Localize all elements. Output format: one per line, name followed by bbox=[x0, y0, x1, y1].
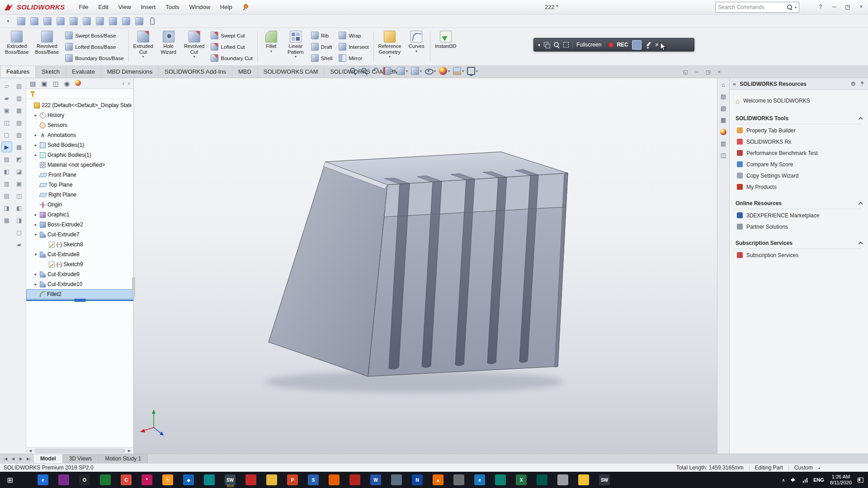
feature-tree-item[interactable]: Origin bbox=[26, 200, 133, 210]
collapse-chevron-icon[interactable] bbox=[859, 242, 863, 246]
recorder-dropdown-icon[interactable]: ▾ bbox=[538, 42, 540, 47]
left-toolbar-icon[interactable]: ▢ bbox=[14, 227, 24, 237]
feature-tree-item[interactable]: ▾ Cut-Extrude8 bbox=[26, 249, 133, 259]
command-button[interactable]: Boundary Cut bbox=[208, 53, 255, 64]
scroll-right-icon[interactable]: ▶ bbox=[126, 449, 132, 453]
search-icon[interactable] bbox=[787, 4, 793, 10]
feature-tree-item[interactable]: Fillet2 bbox=[26, 289, 133, 299]
filter-icon[interactable] bbox=[30, 91, 36, 97]
left-toolbar-icon[interactable]: ◨ bbox=[14, 215, 24, 225]
taskbar-app-icon[interactable] bbox=[324, 472, 344, 488]
task-pane-tab[interactable] bbox=[718, 127, 729, 137]
minimize-icon[interactable]: ─ bbox=[827, 0, 841, 14]
quick-access-button[interactable] bbox=[81, 16, 92, 27]
panel-nav-right-icon[interactable]: › bbox=[128, 80, 130, 87]
pin-icon[interactable] bbox=[242, 4, 248, 10]
command-button[interactable]: Instant3D bbox=[432, 29, 459, 65]
view-tool-button[interactable]: ▾ bbox=[397, 67, 408, 75]
taskbar-app-icon[interactable]: N bbox=[407, 472, 428, 488]
taskbar-app-icon[interactable] bbox=[344, 472, 365, 488]
taskbar-app-icon[interactable]: P bbox=[282, 472, 303, 488]
taskbar-app-icon[interactable] bbox=[552, 472, 573, 488]
panel-splitter[interactable] bbox=[132, 277, 135, 297]
action-center-icon[interactable] bbox=[858, 478, 863, 483]
panel-nav-left-icon[interactable]: ‹ bbox=[123, 80, 124, 87]
feature-tree-item[interactable]: Material <not specified> bbox=[26, 160, 133, 170]
quick-access-button[interactable]: ▾ bbox=[3, 16, 14, 27]
collapse-pane-icon[interactable]: « bbox=[733, 80, 736, 87]
left-toolbar-icon[interactable]: ▨ bbox=[2, 154, 12, 164]
expand-arrow-icon[interactable]: ▸ bbox=[33, 153, 38, 157]
left-toolbar-icon[interactable]: ▥ bbox=[2, 178, 12, 188]
ribbon-tab[interactable]: SOLIDWORKS Add-Ins bbox=[159, 66, 232, 78]
expand-arrow-icon[interactable]: ▸ bbox=[33, 133, 38, 137]
doc-tab-nav-icon[interactable]: ▶| bbox=[25, 457, 32, 461]
doc-tab-nav-icon[interactable]: ▶ bbox=[17, 457, 24, 461]
left-toolbar-icon[interactable]: ▦ bbox=[2, 215, 12, 225]
left-toolbar-icon[interactable]: ▣ bbox=[14, 178, 24, 188]
quick-access-button[interactable] bbox=[16, 16, 27, 27]
feature-tree-item[interactable]: ▸ Boss-Extrude2 bbox=[26, 220, 133, 230]
left-toolbar-icon[interactable]: ◧ bbox=[2, 166, 12, 176]
pencil-icon[interactable] bbox=[645, 42, 651, 48]
quick-access-button[interactable] bbox=[121, 16, 132, 27]
panel-tab[interactable]: ◉ bbox=[64, 80, 70, 87]
view-tool-button[interactable]: ▾ bbox=[411, 67, 422, 75]
ribbon-tab[interactable]: Features bbox=[0, 66, 36, 78]
left-toolbar-icon[interactable]: ◫ bbox=[2, 117, 12, 127]
taskbar-app-icon[interactable] bbox=[386, 472, 407, 488]
taskbar-app-icon[interactable] bbox=[199, 472, 220, 488]
view-tool-button[interactable] bbox=[372, 67, 380, 75]
taskpane-link[interactable]: Copy Settings Wizard bbox=[736, 170, 862, 181]
doc-close-icon[interactable]: × bbox=[718, 69, 721, 75]
close-icon[interactable]: × bbox=[854, 0, 868, 14]
recorder-zoom-icon[interactable] bbox=[553, 42, 560, 48]
pin-pane-icon[interactable] bbox=[859, 81, 865, 87]
recorder-active-tool-button[interactable] bbox=[632, 40, 642, 50]
left-toolbar-icon[interactable]: ▢ bbox=[2, 130, 12, 140]
panel-tab[interactable]: ▤ bbox=[30, 80, 36, 87]
feature-tree-item[interactable]: Sensors bbox=[26, 120, 133, 130]
command-button[interactable]: Boundary Boss/Base bbox=[63, 53, 126, 64]
task-pane-tab[interactable]: ▥ bbox=[718, 138, 729, 149]
left-toolbar-icon[interactable]: ▨ bbox=[14, 130, 24, 140]
ribbon-tab[interactable]: Sketch bbox=[36, 66, 66, 78]
view-tool-button[interactable]: ▾ bbox=[453, 67, 464, 75]
taskbar-app-icon[interactable]: SW bbox=[594, 472, 615, 488]
rollback-bar[interactable] bbox=[26, 300, 133, 301]
taskbar-app-icon[interactable] bbox=[95, 472, 116, 488]
recorder-close-icon[interactable]: × bbox=[655, 42, 659, 48]
taskbar-app-icon[interactable]: S bbox=[303, 472, 324, 488]
command-search[interactable]: ▾ bbox=[715, 2, 799, 13]
panel-tab[interactable]: ▣ bbox=[41, 80, 47, 87]
part-model[interactable] bbox=[269, 152, 568, 376]
help-icon[interactable]: ? bbox=[814, 0, 827, 14]
rec-button[interactable]: REC bbox=[617, 42, 628, 48]
taskpane-link[interactable]: 3DEXPERIENCE Marketplace bbox=[736, 210, 862, 221]
left-toolbar-icon[interactable]: ▣ bbox=[2, 105, 12, 115]
menu-item[interactable]: Insert bbox=[136, 0, 161, 14]
taskbar-app-icon[interactable] bbox=[448, 472, 469, 488]
feature-tree-item[interactable]: ▸ Solid Bodies(1) bbox=[26, 140, 133, 150]
left-toolbar-icon[interactable]: ▩ bbox=[14, 142, 24, 152]
feature-tree-item[interactable]: ▾ Cut-Extrude7 bbox=[26, 230, 133, 239]
command-button[interactable]: Extruded Cut ▾ bbox=[130, 29, 156, 65]
panel-tab[interactable] bbox=[75, 80, 81, 87]
ribbon-tab[interactable]: MBD bbox=[232, 66, 258, 78]
left-toolbar-icon[interactable]: ▤ bbox=[2, 191, 12, 201]
doc-tab-nav-icon[interactable]: ◀ bbox=[9, 457, 17, 461]
taskbar-app-icon[interactable] bbox=[53, 472, 74, 488]
left-toolbar-icon[interactable]: ▶ bbox=[2, 142, 12, 152]
taskbar-app-icon[interactable]: e bbox=[469, 472, 490, 488]
command-button[interactable]: Draft bbox=[309, 42, 335, 52]
command-button[interactable]: Wrap bbox=[336, 30, 371, 41]
quick-access-button[interactable] bbox=[68, 16, 79, 27]
left-toolbar-icon[interactable]: ◧ bbox=[14, 203, 24, 213]
task-pane-tab[interactable]: ▦ bbox=[718, 115, 729, 125]
taskbar-app-icon[interactable] bbox=[241, 472, 261, 488]
task-pane-tab[interactable]: ◫ bbox=[718, 150, 729, 160]
left-toolbar-icon[interactable]: ▤ bbox=[14, 81, 24, 91]
taskbar-app-icon[interactable]: O bbox=[74, 472, 95, 488]
search-dropdown-icon[interactable]: ▾ bbox=[795, 5, 797, 9]
task-pane-tab[interactable]: ▤ bbox=[718, 91, 729, 102]
